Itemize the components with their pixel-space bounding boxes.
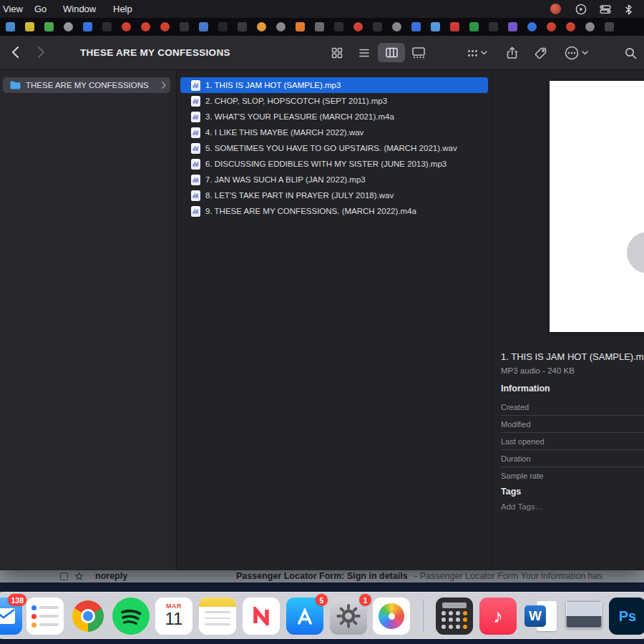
chrome-icon[interactable] xyxy=(69,597,107,635)
favicon-icon[interactable] xyxy=(566,22,575,31)
favicon-icon[interactable] xyxy=(238,22,247,31)
audio-file-icon xyxy=(191,190,200,201)
file-row[interactable]: 1. THIS IS JAM HOT (SAMPLE).mp3 xyxy=(180,77,488,93)
photos-icon[interactable] xyxy=(373,597,410,635)
favicon-icon[interactable] xyxy=(44,22,54,31)
favicon-icon[interactable] xyxy=(431,22,440,31)
finder-content: THESE ARE MY CONFESSIONS 1. THIS IS JAM … xyxy=(0,70,644,570)
calculator-icon[interactable] xyxy=(436,597,473,635)
file-row[interactable]: 3. WHAT'S YOUR PLEASURE (MARCH 2021).m4a xyxy=(180,109,488,125)
menu-bar: View Go Window Help xyxy=(0,0,644,18)
forward-button[interactable] xyxy=(37,46,45,61)
icon-view-button[interactable] xyxy=(323,43,351,62)
favicon-icon[interactable] xyxy=(180,22,189,31)
system-preferences-icon[interactable]: 1 xyxy=(330,597,367,635)
favicon-icon[interactable] xyxy=(373,22,382,31)
favicon-icon[interactable] xyxy=(199,22,208,31)
favicon-icon[interactable] xyxy=(276,22,286,31)
favicon-icon[interactable] xyxy=(218,22,228,31)
now-playing-icon[interactable] xyxy=(575,4,587,15)
favicon-icon[interactable] xyxy=(450,22,459,31)
favicon-icon[interactable] xyxy=(605,22,614,31)
favicon-icon[interactable] xyxy=(160,22,170,31)
file-row[interactable]: 6. DISCUSSING EDDIBLES WITH MY SISTER (J… xyxy=(180,156,488,172)
favicon-icon[interactable] xyxy=(489,22,498,31)
sidebar-item-label: THESE ARE MY CONFESSIONS xyxy=(26,81,162,89)
photoshop-icon[interactable]: Ps xyxy=(609,597,644,635)
back-button[interactable] xyxy=(11,46,19,61)
status-red-icon[interactable] xyxy=(550,4,561,14)
file-row[interactable]: 8. LET'S TAKE PART IN PRAYER (JULY 2018)… xyxy=(180,187,488,203)
info-row: Last opened xyxy=(501,433,644,450)
file-list: 1. THIS IS JAM HOT (SAMPLE).mp3 2. CHOP,… xyxy=(177,70,492,570)
icon-strip xyxy=(0,18,644,36)
file-row[interactable]: 7. JAN WAS SUCH A BLIP (JAN 2022).mp3 xyxy=(180,172,488,187)
menu-item-help[interactable]: Help xyxy=(113,0,132,18)
favicon-icon[interactable] xyxy=(469,22,479,31)
favicon-icon[interactable] xyxy=(353,22,363,31)
add-tags-field[interactable]: Add Tags… xyxy=(501,502,543,511)
favicon-icon[interactable] xyxy=(64,22,73,31)
more-actions-button[interactable] xyxy=(560,45,592,61)
menu-item-window[interactable]: Window xyxy=(63,0,96,18)
file-row[interactable]: 9. THESE ARE MY CONFESSIONS. (MARCH 2022… xyxy=(180,203,488,219)
favicon-icon[interactable] xyxy=(6,22,15,31)
app-store-icon[interactable]: 5 xyxy=(286,597,323,635)
news-icon[interactable] xyxy=(243,597,280,635)
photoshop-letters: Ps xyxy=(619,608,636,625)
favicon-icon[interactable] xyxy=(527,22,537,31)
favicon-icon[interactable] xyxy=(334,22,343,31)
minimized-window-thumbnail[interactable] xyxy=(566,601,602,628)
sidebar-item-confessions[interactable]: THESE ARE MY CONFESSIONS xyxy=(3,77,170,93)
favicon-icon[interactable] xyxy=(392,22,401,31)
search-button[interactable] xyxy=(621,45,640,61)
file-name: 5. SOMETIMES YOU HAVE TO GO UPSTAIRS. (M… xyxy=(205,144,457,152)
file-name: 7. JAN WAS SUCH A BLIP (JAN 2022).mp3 xyxy=(205,175,366,184)
gallery-view-button[interactable] xyxy=(405,43,432,62)
tags-button[interactable] xyxy=(531,45,550,61)
group-by-button[interactable] xyxy=(462,45,493,61)
favicon-icon[interactable] xyxy=(122,22,131,31)
reminders-icon[interactable] xyxy=(26,597,64,635)
spotify-icon[interactable] xyxy=(112,597,150,635)
audio-file-icon xyxy=(191,96,200,107)
information-rows: Created Modified Last opened Duration Sa… xyxy=(501,399,644,484)
music-icon[interactable]: ♪ xyxy=(479,597,517,635)
file-row[interactable]: 2. CHOP, SLOP, HOPSCOTCH (SEPT 2011).mp3 xyxy=(180,93,488,109)
file-row[interactable]: 4. I LIKE THIS MAYBE (MARCH 2022).wav xyxy=(180,125,488,140)
audio-file-icon xyxy=(191,127,200,138)
background-email-row[interactable]: noreply Passenger Locator Form: Sign in … xyxy=(0,570,644,582)
favicon-icon[interactable] xyxy=(83,22,92,31)
word-letter: W xyxy=(529,608,542,624)
favicon-icon[interactable] xyxy=(25,22,34,31)
checkbox-icon[interactable] xyxy=(60,572,68,580)
list-view-button[interactable] xyxy=(351,43,378,62)
favicon-icon[interactable] xyxy=(141,22,150,31)
favicon-icon[interactable] xyxy=(508,22,517,31)
star-icon[interactable] xyxy=(74,572,84,581)
column-view-button[interactable] xyxy=(378,43,405,62)
notes-icon[interactable] xyxy=(199,597,236,635)
quicklook-preview xyxy=(550,81,644,332)
bluetooth-icon[interactable] xyxy=(623,4,634,15)
calendar-icon[interactable]: MAR 11 xyxy=(155,597,192,635)
info-label: Modified xyxy=(501,420,531,429)
menu-item-go[interactable]: Go xyxy=(34,0,47,18)
favicon-icon[interactable] xyxy=(296,22,305,31)
file-row[interactable]: 5. SOMETIMES YOU HAVE TO GO UPSTAIRS. (M… xyxy=(180,140,488,156)
favicon-icon[interactable] xyxy=(257,22,266,31)
favicon-icon[interactable] xyxy=(585,22,595,31)
favicon-icon[interactable] xyxy=(315,22,324,31)
file-name: 9. THESE ARE MY CONFESSIONS. (MARCH 2022… xyxy=(205,207,416,215)
favicon-icon[interactable] xyxy=(102,22,112,31)
menu-item-view[interactable]: View xyxy=(3,0,23,18)
control-center-icon[interactable] xyxy=(600,4,611,15)
favicon-icon[interactable] xyxy=(411,22,421,31)
favicon-icon[interactable] xyxy=(547,22,556,31)
mail-icon[interactable]: 138 xyxy=(0,597,22,635)
email-subject-snippet: - Passenger Locator Form Your informatio… xyxy=(414,571,602,581)
share-button[interactable] xyxy=(502,45,521,61)
preview-file-name: 1. THIS IS JAM HOT (SAMPLE).mp3 xyxy=(501,351,644,362)
file-name: 2. CHOP, SLOP, HOPSCOTCH (SEPT 2011).mp3 xyxy=(205,97,387,105)
word-icon[interactable]: W xyxy=(523,597,560,635)
